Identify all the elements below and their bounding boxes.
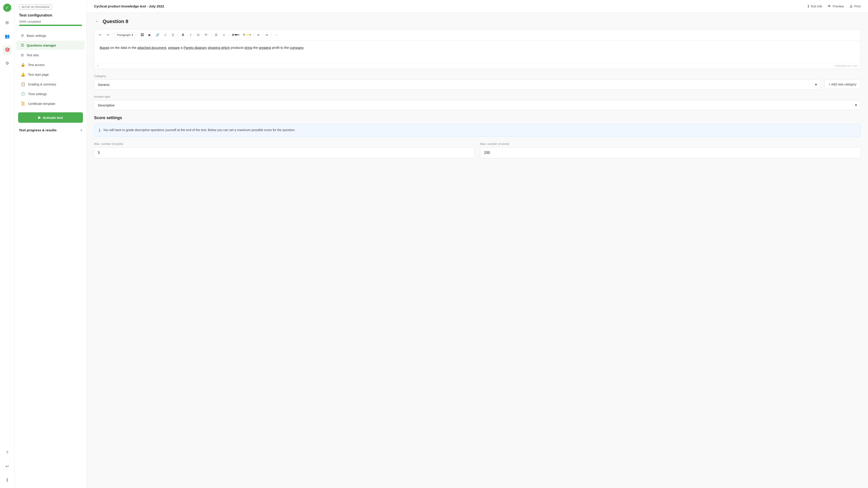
answer-type-dropdown[interactable]: Descriptive ▾ <box>94 100 861 110</box>
subscript-button[interactable]: X₂ <box>195 31 202 38</box>
sidebar-item-label: Test start page <box>28 73 49 77</box>
question-content[interactable]: Based on the data in the attached docume… <box>94 40 861 63</box>
sidebar-item-test-start-page[interactable]: 🔔 Test start page <box>16 70 85 79</box>
questions-manager-icon: ☰ <box>21 43 24 48</box>
test-sets-icon: ⊞ <box>21 53 24 57</box>
sidebar-item-label: Certificate template <box>28 102 55 105</box>
max-words-label: Max. number of words <box>480 142 861 146</box>
highlight-chevron[interactable]: ▾ <box>250 33 251 36</box>
certificate-template-icon: 📜 <box>21 101 25 106</box>
info-icon: ℹ <box>808 4 809 8</box>
add-category-button[interactable]: + Add new category <box>825 80 861 89</box>
icon-bar: ✓ ⊞ 👥 🎯 ⚙ ? ↩ ⟫ <box>0 0 14 488</box>
chevron-down-icon: ▾ <box>131 33 133 37</box>
answer-type-chevron-icon: ▾ <box>855 103 857 107</box>
sidebar-item-test-access[interactable]: 🔒 Test access <box>16 60 85 69</box>
test-start-page-icon: 🔔 <box>21 72 25 77</box>
italic-button[interactable]: I <box>187 31 194 38</box>
print-button[interactable]: 🖨 Print <box>849 4 861 8</box>
bold-button[interactable]: B <box>180 31 187 38</box>
sidebar-item-label: Test access <box>28 63 44 67</box>
editor-footer: P POWERED BY TINY <box>94 63 861 69</box>
link-button[interactable]: 🔗 <box>154 31 161 38</box>
sqrt-button[interactable]: √ <box>162 31 169 38</box>
highlight-button[interactable]: ✎ ▾ <box>241 32 252 37</box>
nav-users-icon[interactable]: 👥 <box>3 32 12 41</box>
answer-type-label: Answer type <box>94 95 861 98</box>
nav-back-icon[interactable]: ↩ <box>3 462 12 471</box>
code-button[interactable]: {} <box>169 31 177 38</box>
omega-button[interactable]: Ω <box>213 31 220 38</box>
answer-type-section: Answer type Descriptive ▾ <box>94 95 861 110</box>
nav-gauge-icon[interactable]: 🎯 <box>3 45 12 54</box>
nav-help-icon[interactable]: ? <box>3 448 12 457</box>
score-info-box: ℹ You will have to grade descriptive que… <box>94 124 861 137</box>
highlight-indicator <box>246 34 249 35</box>
sidebar-item-time-settings[interactable]: 🕐 Time settings <box>16 89 85 98</box>
sidebar-item-label: Basic settings <box>27 34 46 37</box>
max-words-field: Max. number of words <box>480 142 861 158</box>
video-button[interactable]: ▶ <box>146 31 153 38</box>
more-options-button[interactable]: ··· <box>273 31 280 38</box>
sidebar-item-label: Questions manager <box>27 43 56 47</box>
score-fields: Max. number of points Max. number of wor… <box>94 142 861 158</box>
max-points-input[interactable] <box>94 147 475 158</box>
sidebar-item-certificate-template[interactable]: 📜 Certificate template <box>16 99 85 108</box>
activate-test-button[interactable]: ▶ Activate test <box>18 112 83 123</box>
test-info-button[interactable]: ℹ Test info <box>808 4 822 8</box>
question-text: Based on the data in the attached docume… <box>100 45 304 50</box>
results-section-title: Test progress & results <box>19 128 57 132</box>
editor-footer-left: P <box>97 65 98 67</box>
superscript-button[interactable]: X² <box>203 31 210 38</box>
indent-increase-button[interactable]: ⇥ <box>263 31 270 38</box>
category-select-wrap: Generic ▾ <box>94 80 821 90</box>
back-button[interactable]: ← <box>94 18 100 25</box>
sidebar-item-basic-settings[interactable]: ⚙ Basic settings <box>16 31 85 40</box>
sidebar-nav: ⚙ Basic settings ☰ Questions manager ⊞ T… <box>14 31 87 109</box>
play-icon: ▶ <box>38 116 41 120</box>
sidebar-item-test-sets[interactable]: ⊞ Test sets <box>16 51 85 60</box>
category-label: Category <box>94 74 861 78</box>
max-points-field: Max. number of points <box>94 142 475 158</box>
results-expand-icon[interactable]: ▾ <box>81 128 82 132</box>
sidebar-header: SETUP IN PROGRESS Test configuration 100… <box>14 0 87 31</box>
question-number: Question 8 <box>103 19 128 24</box>
max-points-label: Max. number of points <box>94 142 475 146</box>
basic-settings-icon: ⚙ <box>21 33 24 38</box>
score-settings-section: Score settings ℹ You will have to grade … <box>94 116 861 158</box>
emoji-button[interactable]: ☺ <box>220 31 228 38</box>
sidebar-item-grading-summary[interactable]: 📋 Grading & summary <box>16 80 85 89</box>
nav-grid-icon[interactable]: ⊞ <box>3 18 12 27</box>
sidebar-item-label: Grading & summary <box>28 83 56 86</box>
undo-button[interactable]: ↩ <box>96 31 104 38</box>
time-settings-icon: 🕐 <box>21 92 25 96</box>
setup-badge: SETUP IN PROGRESS <box>19 4 52 9</box>
top-header: Cyclical product knowledge test - July 2… <box>87 0 868 13</box>
preview-button[interactable]: 👁 Preview <box>828 4 844 8</box>
category-dropdown[interactable]: Generic ▾ <box>94 80 821 90</box>
image-button[interactable]: 🖼 <box>138 31 146 38</box>
font-color-button[interactable]: A ▾ <box>230 32 241 37</box>
results-section-header: Test progress & results ▾ <box>14 128 87 132</box>
page-title: Cyclical product knowledge test - July 2… <box>94 4 164 8</box>
nav-collapse-icon[interactable]: ⟫ <box>3 475 12 484</box>
print-icon: 🖨 <box>849 4 853 8</box>
font-color-chevron[interactable]: ▾ <box>238 33 240 36</box>
paragraph-dropdown[interactable]: Paragraph ▾ <box>114 32 135 38</box>
category-section: Category Generic ▾ + Add new category <box>94 74 861 90</box>
redo-button[interactable]: ↪ <box>104 31 112 38</box>
font-color-indicator <box>235 34 238 35</box>
sidebar-item-label: Test sets <box>26 53 39 57</box>
max-words-input[interactable] <box>480 147 861 158</box>
editor-footer-right: POWERED BY TINY <box>835 65 858 67</box>
category-chevron-icon: ▾ <box>815 83 817 87</box>
app-logo[interactable]: ✓ <box>3 4 11 12</box>
preview-icon: 👁 <box>828 4 831 8</box>
nav-gear-icon[interactable]: ⚙ <box>3 59 12 68</box>
main-area: Cyclical product knowledge test - July 2… <box>87 0 868 488</box>
indent-decrease-button[interactable]: ⇤ <box>255 31 262 38</box>
sidebar-item-questions-manager[interactable]: ☰ Questions manager <box>16 41 85 50</box>
score-settings-title: Score settings <box>94 116 861 120</box>
sidebar: SETUP IN PROGRESS Test configuration 100… <box>14 0 87 488</box>
progress-bar <box>19 25 82 26</box>
